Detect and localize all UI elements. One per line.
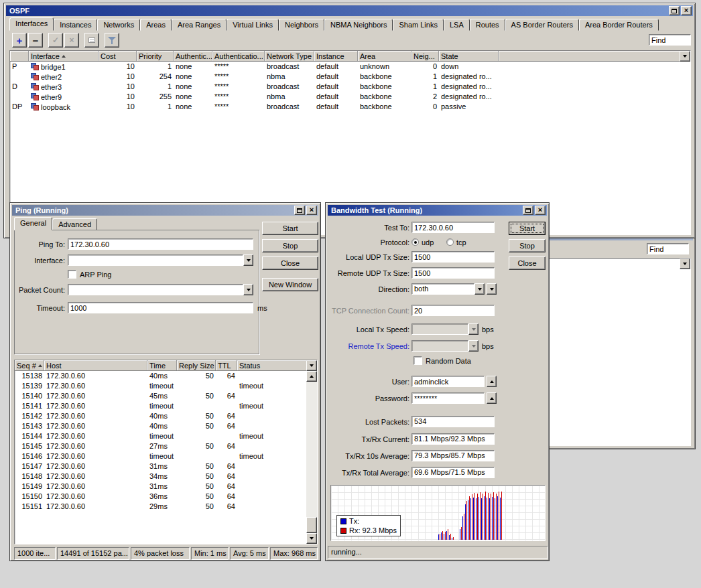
scroll-up-button[interactable] — [306, 371, 317, 382]
password-input[interactable] — [411, 392, 485, 404]
table-row[interactable]: 15146172.30.0.60timeouttimeout — [15, 451, 306, 461]
comment-button[interactable] — [84, 33, 99, 48]
find-input[interactable] — [649, 34, 691, 46]
test-to-input[interactable] — [411, 222, 495, 233]
direction-combobox[interactable]: both — [411, 283, 474, 295]
tab-virtual-links[interactable]: Virtual Links — [227, 19, 279, 31]
tab-lsa[interactable]: LSA — [444, 19, 470, 31]
table-row[interactable]: 15139172.30.0.60timeouttimeout — [15, 381, 306, 391]
ping-close-button[interactable]: × — [306, 206, 317, 215]
column-header-instance[interactable]: Instance — [314, 51, 358, 61]
column-header-network-type[interactable]: Network Type — [265, 51, 314, 61]
column-header-host[interactable]: Host — [44, 360, 147, 370]
column-header-ttl[interactable]: TTL — [216, 360, 237, 370]
remote-tx-speed-dropdown-button[interactable] — [468, 340, 479, 352]
vertical-scrollbar[interactable] — [306, 371, 317, 544]
close-button[interactable]: Close — [509, 256, 546, 270]
arp-ping-checkbox[interactable] — [68, 270, 76, 279]
column-header-neig[interactable]: Neig... — [411, 51, 439, 61]
filter-button[interactable] — [105, 33, 119, 48]
tab-neighbors[interactable]: Neighbors — [279, 19, 324, 31]
user-input[interactable] — [411, 376, 485, 387]
tab-advanced[interactable]: Advanced — [52, 218, 97, 230]
column-header-state[interactable]: State — [439, 51, 499, 61]
column-select-button[interactable] — [680, 259, 690, 269]
tab-as-border-routers[interactable]: AS Border Routers — [505, 19, 579, 31]
bw-maximize-button[interactable] — [523, 206, 533, 215]
ping-maximize-button[interactable] — [294, 206, 305, 215]
new-window-button[interactable]: New Window — [262, 278, 318, 291]
start-button[interactable]: Start — [509, 222, 546, 235]
column-header-authenticatio[interactable]: Authenticatio... — [212, 51, 265, 61]
column-header-reply-size[interactable]: Reply Size — [177, 360, 216, 370]
direction-extra-dropdown-button[interactable] — [487, 283, 497, 295]
tcp-connection-count-input[interactable] — [411, 305, 495, 316]
table-row[interactable]: 15151172.30.0.6029ms5064 — [15, 502, 306, 512]
timeout-input[interactable] — [68, 302, 253, 313]
ping-titlebar[interactable]: Ping (Running) × — [12, 205, 318, 216]
protocol-udp-radio[interactable] — [411, 238, 419, 246]
column-header-seq[interactable]: Seq # — [15, 360, 44, 370]
direction-dropdown-button[interactable] — [474, 283, 485, 295]
tab-interfaces[interactable]: Interfaces — [9, 17, 54, 31]
ospf-titlebar[interactable]: OSPF × — [6, 5, 693, 16]
column-header-cost[interactable]: Cost — [99, 51, 137, 61]
stop-button[interactable]: Stop — [509, 239, 546, 252]
stop-button[interactable]: Stop — [262, 239, 318, 252]
tab-networks[interactable]: Networks — [97, 19, 140, 31]
start-button[interactable]: Start — [262, 222, 318, 235]
table-row[interactable]: 15147172.30.0.6031ms5064 — [15, 461, 306, 471]
column-header-interface[interactable]: Interface — [29, 51, 99, 61]
table-row[interactable]: ether210254none*****nbmadefaultbackbone1… — [10, 72, 690, 82]
tab-areas[interactable]: Areas — [140, 19, 172, 31]
remote-udp-tx-size-input[interactable] — [411, 267, 495, 279]
table-row[interactable]: 15148172.30.0.6034ms5064 — [15, 471, 306, 482]
column-header-area[interactable]: Area — [358, 51, 411, 61]
enable-button[interactable]: ✓ — [48, 33, 63, 48]
column-header-status[interactable]: Status — [237, 360, 307, 370]
protocol-tcp-radio[interactable] — [446, 238, 454, 246]
table-row[interactable]: 15142172.30.0.6040ms5064 — [15, 411, 306, 421]
table-row[interactable]: Pbridge1101none*****broadcastdefaultunkn… — [10, 62, 690, 72]
table-row[interactable]: DPloopback101none*****broadcastdefaultba… — [10, 102, 690, 112]
tab-nbma-neighbors[interactable]: NBMA Neighbors — [324, 19, 393, 31]
column-header-time[interactable]: Time — [147, 360, 177, 370]
add-button[interactable]: + — [12, 33, 27, 48]
column-header-flags[interactable] — [10, 51, 29, 61]
ospf-maximize-button[interactable] — [669, 6, 680, 15]
bw-close-button[interactable]: × — [535, 206, 546, 215]
column-header-priority[interactable]: Priority — [137, 51, 174, 61]
local-udp-tx-size-input[interactable] — [411, 251, 495, 263]
bandwidth-titlebar[interactable]: Bandwidth Test (Running) × — [328, 205, 547, 216]
remote-tx-speed-combobox[interactable] — [411, 340, 468, 352]
column-select-button[interactable] — [306, 360, 317, 371]
find-input[interactable] — [647, 243, 689, 254]
tab-area-border-routers[interactable]: Area Border Routers — [579, 19, 659, 31]
column-header-authentic[interactable]: Authentic... — [174, 51, 212, 61]
table-row[interactable]: 15144172.30.0.60timeouttimeout — [15, 431, 306, 441]
ping-to-input[interactable] — [68, 238, 253, 250]
table-row[interactable]: 15140172.30.0.6045ms5064 — [15, 391, 306, 401]
tab-routes[interactable]: Routes — [470, 19, 505, 31]
table-row[interactable]: Dether3101none*****broadcastdefaultbackb… — [10, 82, 690, 92]
packet-count-dropdown-button[interactable] — [243, 284, 253, 295]
ospf-close-button[interactable]: × — [681, 6, 692, 15]
table-row[interactable]: 15150172.30.0.6036ms5064 — [15, 492, 306, 502]
table-row[interactable]: 15145172.30.0.6027ms5064 — [15, 441, 306, 451]
tab-area-ranges[interactable]: Area Ranges — [172, 19, 227, 31]
table-row[interactable]: 15143172.30.0.6040ms5064 — [15, 421, 306, 431]
column-select-button[interactable] — [680, 51, 690, 62]
interface-dropdown-button[interactable] — [243, 254, 253, 266]
password-collapse-button[interactable] — [487, 392, 497, 404]
local-tx-speed-combobox[interactable] — [411, 323, 468, 335]
scroll-down-button[interactable] — [306, 533, 317, 544]
tab-general[interactable]: General — [14, 217, 52, 230]
packet-count-combobox[interactable] — [68, 284, 243, 295]
random-data-checkbox[interactable] — [413, 356, 422, 365]
local-tx-speed-dropdown-button[interactable] — [468, 323, 479, 335]
interface-combobox[interactable] — [68, 254, 243, 266]
disable-button[interactable]: × — [64, 33, 79, 48]
table-row[interactable]: 15141172.30.0.60timeouttimeout — [15, 401, 306, 411]
table-row[interactable]: 15138172.30.0.6040ms5064 — [15, 371, 306, 381]
scrollbar-thumb[interactable] — [306, 517, 317, 533]
